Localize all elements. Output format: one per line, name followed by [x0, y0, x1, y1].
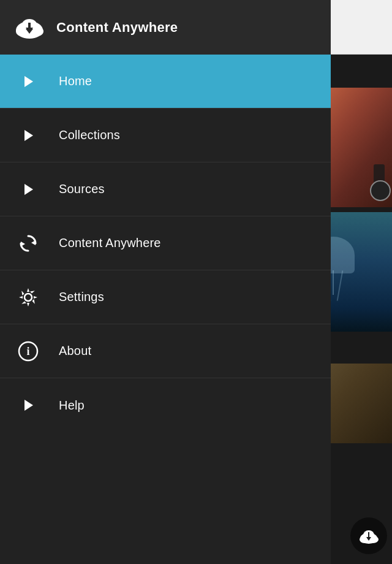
sidebar-item-home[interactable]: Home [0, 55, 331, 109]
play-icon [15, 176, 42, 203]
svg-rect-27 [368, 532, 369, 538]
navigation-menu: Home Collections Sources [0, 55, 331, 564]
play-icon [15, 392, 42, 419]
svg-marker-7 [24, 130, 33, 141]
sidebar-item-label: Content Anywhere [59, 236, 161, 250]
sidebar-item-sources[interactable]: Sources [0, 162, 331, 216]
sidebar-item-content-anywhere[interactable]: Content Anywhere [0, 216, 331, 270]
svg-marker-10 [21, 242, 25, 246]
info-icon: i [15, 338, 42, 365]
svg-marker-14 [24, 400, 33, 411]
gear-icon [15, 284, 42, 311]
cloud-upload-button[interactable] [350, 517, 387, 554]
svg-marker-8 [24, 184, 33, 195]
sidebar-item-label: Sources [59, 182, 105, 196]
play-icon [15, 68, 42, 95]
sidebar-item-label: About [59, 344, 91, 358]
sidebar-item-label: Settings [59, 290, 104, 304]
app-title: Content Anywhere [56, 20, 178, 36]
sidebar-item-label: Home [59, 74, 92, 88]
sidebar-item-settings[interactable]: Settings [0, 270, 331, 324]
svg-marker-6 [24, 76, 33, 87]
svg-text:i: i [26, 345, 29, 357]
sidebar-item-collections[interactable]: Collections [0, 109, 331, 162]
sidebar-item-about[interactable]: i About [0, 324, 331, 378]
app-logo [12, 10, 47, 45]
sync-icon [15, 230, 42, 257]
sidebar-item-label: Collections [59, 128, 120, 142]
app-header: Content Anywhere [0, 0, 331, 55]
svg-point-11 [24, 294, 32, 301]
play-icon [15, 122, 42, 149]
sidebar-item-label: Help [59, 398, 85, 413]
svg-marker-9 [31, 240, 36, 245]
sidebar-item-help[interactable]: Help [0, 378, 331, 432]
